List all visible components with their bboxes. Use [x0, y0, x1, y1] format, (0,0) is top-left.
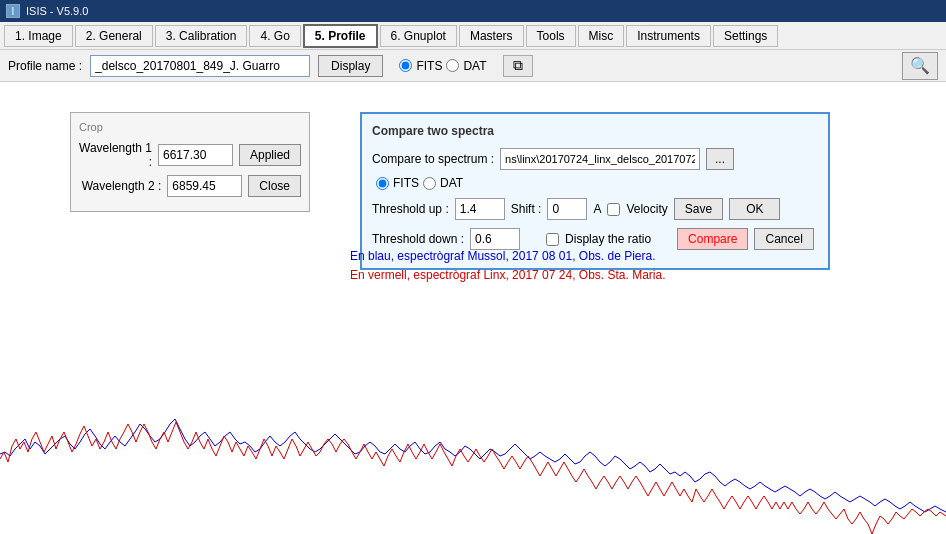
compare-panel-title: Compare two spectra	[372, 124, 818, 138]
profile-name-input[interactable]	[90, 55, 310, 77]
fits-label: FITS	[416, 59, 442, 73]
tab-go[interactable]: 4. Go	[249, 25, 300, 47]
threshold-up-input[interactable]	[455, 198, 505, 220]
shift-label: Shift :	[511, 202, 542, 216]
folder-search-icon: 🔍	[910, 56, 930, 75]
wavelength2-input[interactable]	[167, 175, 242, 197]
annotation-blue: En blau, espectrògraf Mussol, 2017 08 01…	[350, 247, 666, 266]
browse-button[interactable]: ...	[706, 148, 734, 170]
wavelength1-input[interactable]	[158, 144, 233, 166]
copy-button[interactable]: ⧉	[503, 55, 533, 77]
chart-area	[0, 324, 946, 534]
applied-button[interactable]: Applied	[239, 144, 301, 166]
display-ratio-label: Display the ratio	[565, 232, 651, 246]
compare-fits-radio[interactable]	[376, 177, 389, 190]
crop-panel-title: Crop	[79, 121, 301, 133]
tab-general[interactable]: 2. General	[75, 25, 153, 47]
app-title: ISIS - V5.9.0	[26, 5, 88, 17]
wavelength1-label: Wavelength 1 :	[79, 141, 152, 169]
fits-radio[interactable]	[399, 59, 412, 72]
wavelength2-label: Wavelength 2 :	[79, 179, 161, 193]
compare-fits-label: FITS	[393, 176, 419, 190]
dat-radio[interactable]	[446, 59, 459, 72]
compare-button[interactable]: Compare	[677, 228, 748, 250]
display-button[interactable]: Display	[318, 55, 383, 77]
ok-button[interactable]: OK	[729, 198, 780, 220]
threshold-up-label: Threshold up :	[372, 202, 449, 216]
wavelength2-row: Wavelength 2 : Close	[79, 175, 301, 197]
threshold-down-label: Threshold down :	[372, 232, 464, 246]
cancel-button[interactable]: Cancel	[754, 228, 813, 250]
menu-bar: 1. Image 2. General 3. Calibration 4. Go…	[0, 22, 946, 50]
tab-misc[interactable]: Misc	[578, 25, 625, 47]
velocity-label: Velocity	[626, 202, 667, 216]
compare-dat-radio[interactable]	[423, 177, 436, 190]
compare-spectrum-row: Compare to spectrum : ... FITS DAT	[372, 148, 818, 190]
annotation-red: En vermell, espectrògraf Linx, 2017 07 2…	[350, 266, 666, 285]
tab-tools[interactable]: Tools	[526, 25, 576, 47]
annotations: En blau, espectrògraf Mussol, 2017 08 01…	[350, 247, 666, 285]
main-content: Crop Wavelength 1 : Applied Wavelength 2…	[0, 82, 946, 534]
save-button[interactable]: Save	[674, 198, 723, 220]
shift-input[interactable]	[547, 198, 587, 220]
threshold-up-row: Threshold up : Shift : A Velocity Save O…	[372, 198, 818, 220]
profile-name-label: Profile name :	[8, 59, 82, 73]
tab-gnuplot[interactable]: 6. Gnuplot	[380, 25, 457, 47]
wavelength1-row: Wavelength 1 : Applied	[79, 141, 301, 169]
tab-settings[interactable]: Settings	[713, 25, 778, 47]
angstrom-label: A	[593, 202, 601, 216]
format-radio-group: FITS DAT	[399, 59, 486, 73]
spectrum-chart	[0, 324, 946, 534]
tab-image[interactable]: 1. Image	[4, 25, 73, 47]
compare-label: Compare to spectrum :	[372, 152, 494, 166]
tab-profile[interactable]: 5. Profile	[303, 24, 378, 48]
display-ratio-checkbox[interactable]	[546, 233, 559, 246]
tab-instruments[interactable]: Instruments	[626, 25, 711, 47]
compare-dat-label: DAT	[440, 176, 463, 190]
dat-label: DAT	[463, 59, 486, 73]
app-icon: I	[6, 4, 20, 18]
folder-search-button[interactable]: 🔍	[902, 52, 938, 80]
profile-bar: Profile name : Display FITS DAT ⧉ 🔍	[0, 50, 946, 82]
compare-spectrum-input[interactable]	[500, 148, 700, 170]
compare-format-group: FITS DAT	[376, 176, 463, 190]
tab-calibration[interactable]: 3. Calibration	[155, 25, 248, 47]
title-bar: I ISIS - V5.9.0	[0, 0, 946, 22]
tab-masters[interactable]: Masters	[459, 25, 524, 47]
velocity-checkbox[interactable]	[607, 203, 620, 216]
crop-panel: Crop Wavelength 1 : Applied Wavelength 2…	[70, 112, 310, 212]
close-button[interactable]: Close	[248, 175, 301, 197]
